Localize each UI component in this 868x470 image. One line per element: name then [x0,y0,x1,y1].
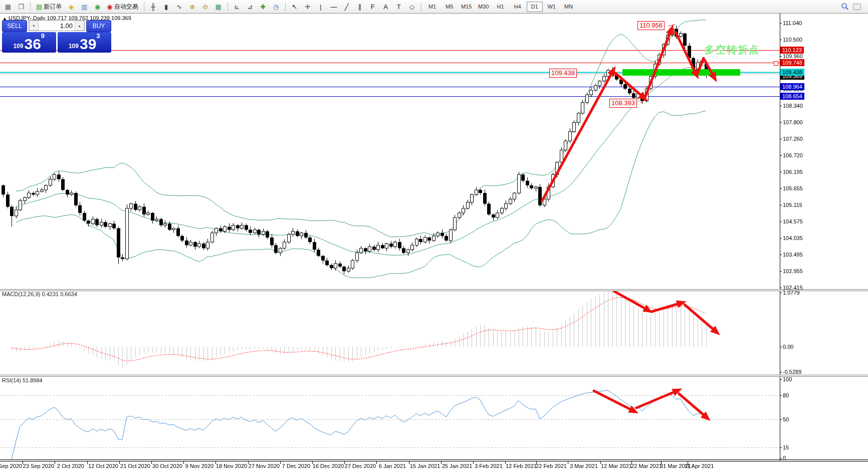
buy-button[interactable]: BUY [86,20,111,32]
crosshair-icon[interactable]: ✛ [302,1,314,13]
zoom-in-icon: ⊕ [189,3,195,11]
date-tick-label: 22 Mar 2021 [631,463,662,469]
price-tick-label: 106.720 [783,152,803,158]
search-icon[interactable] [841,3,849,11]
trendline-icon[interactable]: ╱ [341,1,353,13]
sell-price-display[interactable]: 109 36 9 [2,32,56,53]
price-tick-label: 102.955 [783,268,803,274]
hline-drag-handle[interactable] [774,61,778,66]
timeframe-h4-button[interactable]: H4 [510,2,526,12]
chat-bubble-icon [853,4,861,10]
price-tick-label: 107.260 [783,136,803,142]
toolbar-separator [285,2,286,11]
volume-up-button[interactable]: ▲ [75,21,84,31]
sell-button[interactable]: SELL [2,20,27,32]
buy-price-display[interactable]: 109 39 3 [58,32,112,53]
market-watch-icon[interactable]: ▥ [78,1,90,13]
candle-chart-icon[interactable]: ▮ [160,1,172,13]
peak-price-annotation[interactable]: 110.956 [637,21,665,30]
indicator-b-icon: ⊿ [247,3,253,11]
timeframe-h1-button[interactable]: H1 [493,2,509,12]
sell-price-base: 109 [13,41,23,51]
channel-icon[interactable]: ∥ [354,1,366,13]
bar-chart-icon[interactable]: ╫ [147,1,159,13]
vertical-line-icon: | [320,3,321,11]
volume-down-button[interactable]: ▼ [29,21,39,31]
notifications-button[interactable]: 1 [853,2,863,11]
timeframe-m15-button[interactable]: M15 [459,2,475,12]
label-icon: T [397,3,401,11]
date-tick-label: 12 Oct 2020 [88,463,118,469]
toolbar-separator [30,2,31,11]
profiles-icon[interactable]: ❐ [15,1,27,13]
autotrade-button[interactable]: ◉自动交易 [104,2,140,12]
text-icon: A [383,3,388,11]
buy-price-main: 39 [80,37,96,51]
timeframe-m5-button[interactable]: M5 [442,2,458,12]
date-tick-label: 16 Dec 2020 [313,463,344,469]
rsi-tick-label: 50 [783,416,789,422]
channel-icon: ∥ [358,3,361,11]
new-chart-icon: ▦ [5,3,11,11]
fibonacci-icon[interactable]: F [367,1,379,13]
toolbar-separator [144,2,144,11]
timeframe-d1-button[interactable]: D1 [527,2,543,12]
rsi-tick-label: 15 [783,444,789,450]
shapes-icon[interactable]: ◇ [406,1,418,13]
mt4-terminal: ▦❐▤新订单◆▥◉◉自动交易╫▮∿⊕⊖▦⊾⊿✚◷↖✛|—╱∥FAT◇M1M5M1… [0,0,868,470]
indicator-a-icon: ⊾ [234,3,240,11]
cursor-icon: ↖ [292,3,297,11]
macd-indicator-label: MACD(12,26,9) 0.4231 0.6634 [2,291,77,297]
zoom-in-icon[interactable]: ⊕ [186,1,198,13]
date-tick-label: 23 Sep 2020 [23,463,54,469]
main-toolbar: ▦❐▤新订单◆▥◉◉自动交易╫▮∿⊕⊖▦⊾⊿✚◷↖✛|—╱∥FAT◇M1M5M1… [0,0,868,14]
new-order-icon: ▤ [36,3,42,11]
date-tick-label: 14 Sep 2020 [0,463,22,469]
trendline-icon: ╱ [345,3,349,11]
navigator-icon: ◉ [95,3,100,11]
price-tick-label: 108.340 [783,103,803,109]
macd-tick-label: 1.0779 [783,290,800,296]
price-tick-label: 109.960 [783,53,803,59]
styles-icon[interactable]: ◆ [65,1,77,13]
indicator-b-icon[interactable]: ⊿ [244,1,256,13]
timeframe-w1-button[interactable]: W1 [544,2,560,12]
horizontal-line-icon[interactable]: — [328,1,340,13]
trough-price-annotation[interactable]: 108.393 [609,99,637,108]
new-chart-icon[interactable]: ▦ [2,1,14,13]
text-icon[interactable]: A [380,1,392,13]
support-price-annotation[interactable]: 109.438 [549,69,577,78]
price-tick-label: 104.575 [783,218,803,224]
one-click-trade-panel: SELL ▼ ▲ BUY 109 36 9 109 39 3 [2,20,111,53]
price-badge-red-lower: 109.748 [780,59,804,66]
period-clock-icon[interactable]: ◷ [270,1,282,13]
price-badge-blue-upper: 108.964 [780,83,804,90]
price-tick-label: 105.655 [783,185,803,191]
cursor-icon[interactable]: ↖ [289,1,301,13]
date-tick-label: 18 Nov 2020 [216,463,247,469]
new-order-button-label: 新订单 [44,3,62,11]
fibonacci-icon: F [371,3,375,11]
timeframe-m1-button[interactable]: M1 [424,2,441,12]
add-indicator-icon[interactable]: ✚ [257,1,269,13]
turning-point-text-annotation[interactable]: 多空转折点 [705,43,760,57]
profiles-icon: ❐ [18,3,24,11]
line-chart-icon: ∿ [176,3,182,11]
timeframe-m30-button[interactable]: M30 [476,2,492,12]
vertical-line-icon[interactable]: | [315,1,327,13]
line-chart-icon[interactable]: ∿ [173,1,185,13]
date-tick-label: 12 Feb 2021 [506,463,537,469]
timeframe-mn-button[interactable]: MN [561,2,577,12]
navigator-icon[interactable]: ◉ [91,1,103,13]
horizontal-line-icon: — [330,3,337,11]
indicator-a-icon[interactable]: ⊾ [231,1,243,13]
zoom-out-icon: ⊖ [202,3,208,11]
volume-input[interactable] [39,21,75,31]
date-tick-label: 15 Jan 2021 [410,463,441,469]
tile-windows-icon[interactable]: ▦ [212,1,225,13]
chart-canvas[interactable] [0,0,868,470]
label-icon[interactable]: T [393,1,405,13]
rsi-tick-label: 80 [783,392,789,398]
zoom-out-icon[interactable]: ⊖ [199,1,211,13]
new-order-button[interactable]: ▤新订单 [34,2,64,12]
